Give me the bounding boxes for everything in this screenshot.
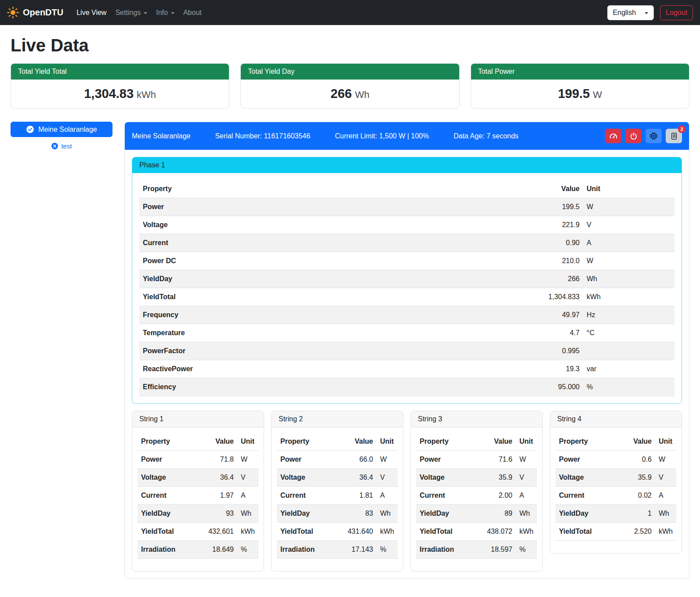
unit-cell: W bbox=[516, 451, 537, 469]
event-log-button[interactable]: 2 bbox=[666, 129, 682, 143]
table-row: YieldTotal 2.520 kWh bbox=[555, 523, 676, 541]
table-header-row: Property Value Unit bbox=[139, 180, 675, 198]
unit-cell: Wh bbox=[655, 505, 676, 523]
unit-cell: kWh bbox=[237, 523, 258, 541]
value-cell: 35.9 bbox=[624, 469, 655, 487]
inverter-select-button[interactable]: Meine Solaranlage bbox=[11, 122, 112, 137]
card-body: 266Wh bbox=[241, 80, 459, 108]
string-body: Property Value Unit Power bbox=[550, 427, 682, 553]
value-cell: 1.81 bbox=[344, 487, 377, 505]
value-cell: 1.97 bbox=[205, 487, 237, 505]
phase-title: Phase 1 bbox=[132, 157, 682, 173]
power-toggle-button[interactable] bbox=[625, 129, 642, 143]
property-cell: YieldDay bbox=[555, 505, 624, 523]
inverter-test-link[interactable]: test bbox=[11, 142, 112, 150]
property-cell: Power bbox=[416, 451, 483, 469]
phase-table-body: Power 199.5 W Voltage 221.9 V bbox=[139, 198, 675, 396]
serial-number: Serial Number: 116171603546 bbox=[215, 132, 310, 140]
phase-body: Property Value Unit Power bbox=[132, 173, 682, 403]
card-body: 1,304.83kWh bbox=[11, 80, 229, 108]
value-cell: 0.02 bbox=[624, 487, 655, 505]
value-cell: 0.6 bbox=[624, 451, 655, 469]
main-content: Live Data Total Yield Total 1,304.83kWh … bbox=[0, 25, 700, 591]
unit-cell: Wh bbox=[516, 505, 537, 523]
unit-cell: A bbox=[655, 487, 676, 505]
value-cell: 36.4 bbox=[344, 469, 377, 487]
nav-about-label: About bbox=[183, 9, 202, 17]
property-cell: YieldDay bbox=[277, 505, 344, 523]
current-limit: Current Limit: 1,500 W | 100% bbox=[335, 132, 429, 140]
property-cell: Frequency bbox=[139, 306, 522, 324]
string-table: Property Value Unit Power bbox=[138, 433, 258, 559]
nav-settings[interactable]: Settings bbox=[111, 5, 152, 20]
card-body: 199.5W bbox=[471, 80, 689, 108]
value-cell: 35.9 bbox=[483, 469, 516, 487]
unit-cell: % bbox=[583, 378, 675, 396]
sun-icon bbox=[7, 7, 19, 18]
table-row: Power 199.5 W bbox=[139, 198, 675, 216]
property-cell: Power DC bbox=[139, 252, 522, 270]
brand-label: OpenDTU bbox=[23, 7, 63, 18]
table-row: Voltage 36.4 V bbox=[138, 469, 258, 487]
limit-settings-button[interactable] bbox=[605, 129, 621, 143]
property-cell: Voltage bbox=[138, 469, 205, 487]
string-body: Property Value Unit Power bbox=[272, 427, 403, 571]
value-cell: 89 bbox=[483, 505, 516, 523]
table-row: YieldTotal 432.601 kWh bbox=[138, 523, 258, 541]
total-power-card: Total Power 199.5W bbox=[471, 63, 689, 109]
cpu-chip-icon bbox=[649, 132, 658, 140]
table-row: Current 0.02 A bbox=[555, 487, 676, 505]
speedometer-icon bbox=[609, 132, 618, 141]
string-table-body: Power 0.6 W Voltage 35.9 V bbox=[555, 451, 676, 541]
chevron-down-icon bbox=[171, 12, 174, 14]
nav-about[interactable]: About bbox=[179, 5, 206, 20]
table-header-row: Property Value Unit bbox=[138, 433, 258, 451]
device-info-button[interactable] bbox=[646, 129, 662, 143]
inverter-sidebar: Meine Solaranlage test bbox=[11, 122, 112, 150]
property-cell: Current bbox=[416, 487, 483, 505]
nav-settings-label: Settings bbox=[115, 9, 141, 17]
string-card-4: String 4 Property Value Unit bbox=[550, 411, 682, 554]
navbar-right: English Logout bbox=[607, 5, 693, 20]
table-row: YieldDay 1 Wh bbox=[555, 505, 676, 523]
property-cell: Voltage bbox=[277, 469, 344, 487]
value-cell: 431.640 bbox=[344, 523, 377, 541]
table-row: Power 71.8 W bbox=[138, 451, 258, 469]
strings-row: String 1 Property Value Unit bbox=[132, 411, 682, 572]
value-cell: 2.00 bbox=[483, 487, 516, 505]
nav-info[interactable]: Info bbox=[152, 5, 179, 20]
table-row: Power 0.6 W bbox=[555, 451, 676, 469]
string-table-body: Power 71.6 W Voltage 35.9 V bbox=[416, 451, 537, 559]
table-row: YieldTotal 1,304.833 kWh bbox=[139, 288, 675, 306]
logout-button[interactable]: Logout bbox=[660, 5, 693, 20]
property-cell: Power bbox=[138, 451, 205, 469]
brand-home-link[interactable]: OpenDTU bbox=[7, 7, 63, 18]
table-row: Irradiation 18.597 % bbox=[416, 541, 537, 559]
nav-live-view[interactable]: Live View bbox=[72, 5, 111, 20]
property-cell: Voltage bbox=[139, 216, 522, 234]
card-unit: kWh bbox=[137, 89, 156, 100]
inverter-panel-body: Phase 1 Property Value Unit bbox=[125, 150, 689, 579]
unit-cell: °C bbox=[583, 324, 675, 342]
event-count-badge: 2 bbox=[678, 125, 685, 133]
property-cell: YieldTotal bbox=[555, 523, 624, 541]
property-cell: Irradiation bbox=[416, 541, 483, 559]
table-row: Voltage 35.9 V bbox=[555, 469, 676, 487]
property-header: Property bbox=[277, 433, 344, 451]
nav-live-view-label: Live View bbox=[76, 9, 106, 17]
value-cell: 1 bbox=[624, 505, 655, 523]
x-circle-icon bbox=[51, 142, 58, 150]
card-title: Total Yield Day bbox=[241, 64, 459, 80]
unit-cell: W bbox=[377, 451, 398, 469]
value-cell: 18.649 bbox=[205, 541, 237, 559]
property-cell: ReactivePower bbox=[139, 360, 522, 378]
language-select[interactable]: English bbox=[607, 5, 654, 20]
total-yield-day-card: Total Yield Day 266Wh bbox=[240, 63, 459, 109]
table-row: ReactivePower 19.3 var bbox=[139, 360, 675, 378]
value-cell: 83 bbox=[344, 505, 377, 523]
string-body: Property Value Unit Power bbox=[132, 427, 264, 571]
value-cell: 17.143 bbox=[344, 541, 377, 559]
total-yield-total-card: Total Yield Total 1,304.83kWh bbox=[11, 63, 229, 109]
unit-cell: Wh bbox=[377, 505, 398, 523]
inverter-panel: Meine Solaranlage Serial Number: 1161716… bbox=[124, 122, 689, 579]
